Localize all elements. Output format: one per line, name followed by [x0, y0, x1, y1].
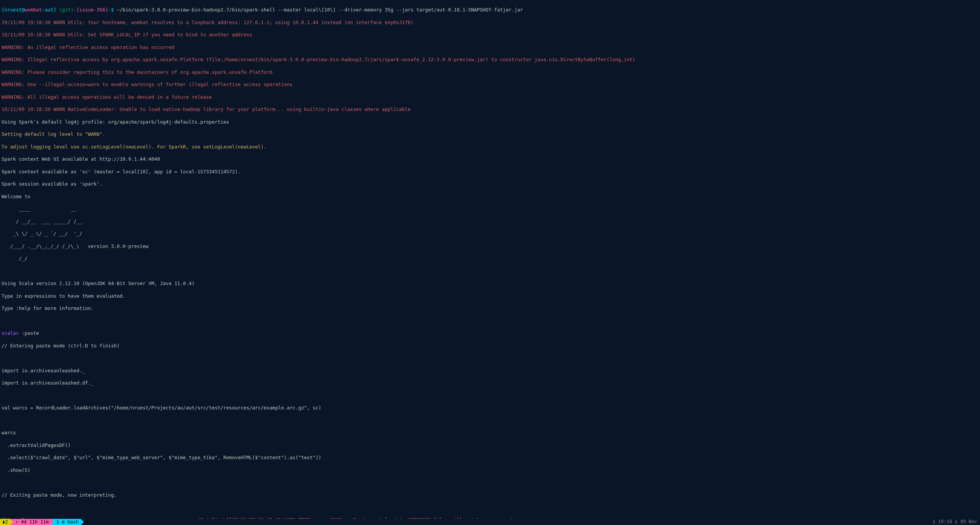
info-line: Spark context available as 'sc' (master …	[2, 169, 978, 175]
warn-line: WARNING: Illegal reflective access by or…	[2, 57, 978, 63]
scala-prompt-line: scala> :paste	[2, 330, 978, 336]
code-line: .show(5)	[2, 467, 978, 473]
spark-ascii: /___/ .__/\_,_/_/ /_/\_\ version 3.0.0-p…	[2, 243, 978, 249]
paste-mode: // Entering paste mode (ctrl-D to finish…	[2, 343, 978, 349]
code-line: .select($"crawl_date", $"url", $"mime_ty…	[2, 455, 978, 461]
info-line: Using Spark's default log4j profile: org…	[2, 119, 978, 125]
spark-ascii: ____ __	[2, 206, 978, 212]
code-line: val warcs = RecordLoader.loadArchives("/…	[2, 405, 978, 411]
terminal-output[interactable]: [nruest@wombat:aut] (git)-[issue-356]-$ …	[0, 0, 980, 525]
tmux-statusbar: ▮2 ↑ 4d 11h 11m ❯ ⚙ bash ❮ 19:18 ❮ 09 No…	[0, 519, 980, 525]
paste-exit: // Exiting paste mode, now interpreting.	[2, 492, 978, 498]
info-line: Spark session available as 'spark'.	[2, 181, 978, 187]
scala-hint: Type in expressions to have them evaluat…	[2, 293, 978, 299]
warn-line: 19/11/09 19:18:30 WARN NativeCodeLoader:…	[2, 106, 978, 112]
info-line: Welcome to	[2, 194, 978, 200]
info-line: To adjust logging level use sc.setLogLev…	[2, 144, 978, 150]
spark-ascii: /_/	[2, 256, 978, 262]
code-line: import io.archivesunleashed.df._	[2, 380, 978, 386]
status-session: ▮2	[0, 519, 10, 525]
spark-ascii: / __/__ ___ _____/ /__	[2, 218, 978, 225]
status-window[interactable]: ❯ ⚙ bash	[54, 519, 81, 525]
prompt-line: [nruest@wombat:aut] (git)-[issue-356]-$ …	[2, 7, 978, 13]
warn-line: 19/11/09 19:18:30 WARN Utils: Set SPARK_…	[2, 32, 978, 38]
warn-line: WARNING: Please consider reporting this …	[2, 69, 978, 75]
code-line: import io.archivesunleashed._	[2, 368, 978, 374]
info-line: Setting default log level to "WARN".	[2, 131, 978, 137]
warn-line: WARNING: An illegal reflective access op…	[2, 44, 978, 51]
warn-line: WARNING: Use --illegal-access=warn to en…	[2, 82, 978, 88]
status-clock: ❮ 19:18 ❮ 09 Nov	[933, 519, 980, 525]
scala-hint: Type :help for more information.	[2, 305, 978, 311]
code-line: .extractValidPagesDF()	[2, 442, 978, 448]
code-line: warcs	[2, 430, 978, 436]
spark-ascii: _\ \/ _ \/ _ `/ __/ '_/	[2, 231, 978, 237]
warn-line: WARNING: All illegal access operations w…	[2, 94, 978, 100]
scala-version: Using Scala version 2.12.10 (OpenJDK 64-…	[2, 280, 978, 287]
status-uptime: ↑ 4d 11h 11m	[13, 519, 51, 525]
info-line: Spark context Web UI available at http:/…	[2, 156, 978, 162]
warn-line: 19/11/09 19:18:30 WARN Utils: Your hostn…	[2, 20, 978, 26]
